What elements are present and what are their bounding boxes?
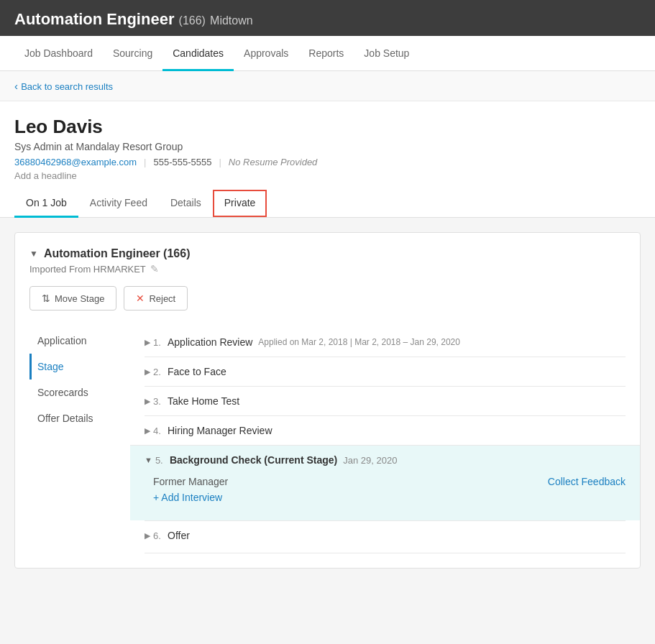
stage-1-name[interactable]: Application Review	[168, 336, 252, 348]
stage-3-number: 3.	[153, 396, 168, 407]
stage-2-content: ▶ 2. Face to Face	[145, 366, 626, 377]
collapse-icon[interactable]: ▼	[29, 249, 38, 259]
move-stage-label: Move Stage	[55, 293, 104, 304]
job-card-title: Automation Engineer (166)	[44, 247, 191, 260]
candidate-phone: 555-555-5555	[153, 157, 211, 167]
stage-5-interviewer-name: Former Manager	[153, 476, 228, 487]
top-header: Automation Engineer (166) Midtown	[0, 0, 655, 36]
stage-5-toggle[interactable]: ▼	[145, 456, 152, 464]
stage-row-5: ▼ 5. Background Check (Current Stage) Ja…	[130, 445, 640, 520]
stage-row-4: ▶ 4. Hiring Manager Review	[145, 415, 626, 445]
stage-3-content: ▶ 3. Take Home Test	[145, 395, 626, 407]
candidate-name: Leo Davis	[14, 116, 641, 138]
nav-bar: Job Dashboard Sourcing Candidates Approv…	[0, 36, 655, 71]
add-headline[interactable]: Add a headline	[14, 170, 641, 181]
bottom-divider	[145, 553, 626, 553]
separator-1: |	[144, 157, 146, 167]
candidate-email[interactable]: 36880462968@example.com	[14, 157, 137, 167]
job-count: (166)	[179, 14, 206, 27]
reject-label: Reject	[149, 293, 175, 304]
candidate-title: Sys Admin at Mandalay Resort Group	[14, 141, 641, 152]
job-title: Automation Engineer (166) Midtown	[14, 10, 253, 28]
stage-3-toggle[interactable]: ▶	[145, 397, 150, 406]
tab-activity-feed[interactable]: Activity Feed	[78, 190, 159, 218]
stage-5-name[interactable]: Background Check (Current Stage)	[170, 454, 337, 466]
back-to-search-link[interactable]: Back to search results	[14, 81, 113, 92]
nav-reports[interactable]: Reports	[298, 36, 354, 71]
separator-2: |	[219, 157, 221, 167]
leftnav-application[interactable]: Application	[29, 328, 130, 354]
stage-6-content: ▶ 6. Offer	[145, 530, 626, 541]
reject-button[interactable]: ✕ Reject	[124, 286, 188, 310]
job-source-text: Imported From HRMARKET	[29, 264, 146, 275]
tab-private[interactable]: Private	[213, 190, 267, 217]
stages-list: ▶ 1. Application Review Applied on Mar 2…	[145, 328, 626, 553]
stage-6-number: 6.	[153, 530, 168, 541]
tab-on-1-job[interactable]: On 1 Job	[14, 190, 78, 218]
job-card: ▼ Automation Engineer (166) Imported Fro…	[14, 232, 641, 569]
nav-candidates[interactable]: Candidates	[162, 36, 234, 71]
job-location: Midtown	[210, 14, 253, 27]
stage-row-3: ▶ 3. Take Home Test	[145, 386, 626, 415]
stage-6-name[interactable]: Offer	[168, 530, 190, 541]
content-body: Application Stage Scorecards Offer Detai…	[29, 328, 626, 553]
stage-row-2: ▶ 2. Face to Face	[145, 356, 626, 386]
stage-1-content: ▶ 1. Application Review Applied on Mar 2…	[145, 336, 626, 348]
stage-5-interviewer-row: Former Manager Collect Feedback	[153, 472, 626, 492]
stage-row-1: ▶ 1. Application Review Applied on Mar 2…	[145, 328, 626, 356]
stage-2-name[interactable]: Face to Face	[168, 366, 226, 377]
collect-feedback-link[interactable]: Collect Feedback	[548, 476, 626, 487]
stage-1-number: 1.	[153, 337, 168, 348]
move-stage-icon: ⇅	[42, 293, 50, 304]
add-interview-row: + Add Interview	[153, 492, 626, 503]
stage-2-toggle[interactable]: ▶	[145, 367, 150, 377]
job-title-text: Automation Engineer	[14, 10, 174, 28]
candidate-tabs: On 1 Job Activity Feed Details Private	[14, 190, 641, 217]
stage-5-content: ▼ 5. Background Check (Current Stage) Ja…	[145, 454, 626, 466]
nav-sourcing[interactable]: Sourcing	[103, 36, 162, 71]
nav-job-dashboard[interactable]: Job Dashboard	[14, 36, 103, 71]
leftnav-scorecards[interactable]: Scorecards	[29, 380, 130, 405]
stage-6-toggle[interactable]: ▶	[145, 531, 150, 540]
tab-details[interactable]: Details	[159, 190, 213, 218]
stage-4-toggle[interactable]: ▶	[145, 426, 150, 436]
stage-5-expanded: Former Manager Collect Feedback + Add In…	[130, 466, 640, 512]
job-card-header: ▼ Automation Engineer (166)	[29, 247, 626, 260]
add-interview-link[interactable]: + Add Interview	[153, 492, 222, 503]
leftnav-stage[interactable]: Stage	[29, 354, 130, 380]
edit-icon[interactable]: ✎	[150, 263, 159, 275]
left-nav: Application Stage Scorecards Offer Detai…	[29, 328, 145, 553]
job-source: Imported From HRMARKET ✎	[29, 263, 626, 275]
candidate-section: Leo Davis Sys Admin at Mandalay Resort G…	[0, 101, 655, 218]
stage-2-number: 2.	[153, 367, 168, 377]
stage-3-name[interactable]: Take Home Test	[168, 395, 239, 407]
candidate-contact: 36880462968@example.com | 555-555-5555 |…	[14, 157, 641, 167]
reject-icon: ✕	[136, 293, 145, 304]
stage-5-date: Jan 29, 2020	[343, 455, 397, 466]
stage-1-meta: Applied on Mar 2, 2018 | Mar 2, 2018 – J…	[258, 337, 460, 347]
stage-row-6: ▶ 6. Offer	[145, 520, 626, 550]
nav-job-setup[interactable]: Job Setup	[354, 36, 419, 71]
main-content: ▼ Automation Engineer (166) Imported Fro…	[0, 218, 655, 583]
stage-4-number: 4.	[153, 426, 168, 436]
action-buttons: ⇅ Move Stage ✕ Reject	[29, 286, 626, 310]
breadcrumb-bar: Back to search results	[0, 71, 655, 101]
no-resume: No Resume Provided	[229, 157, 318, 167]
leftnav-offer-details[interactable]: Offer Details	[29, 405, 130, 431]
stage-4-name[interactable]: Hiring Manager Review	[168, 425, 272, 436]
stage-1-toggle[interactable]: ▶	[145, 338, 150, 347]
move-stage-button[interactable]: ⇅ Move Stage	[29, 286, 116, 310]
stage-5-number: 5.	[155, 455, 170, 466]
stage-4-content: ▶ 4. Hiring Manager Review	[145, 425, 626, 436]
nav-approvals[interactable]: Approvals	[234, 36, 298, 71]
